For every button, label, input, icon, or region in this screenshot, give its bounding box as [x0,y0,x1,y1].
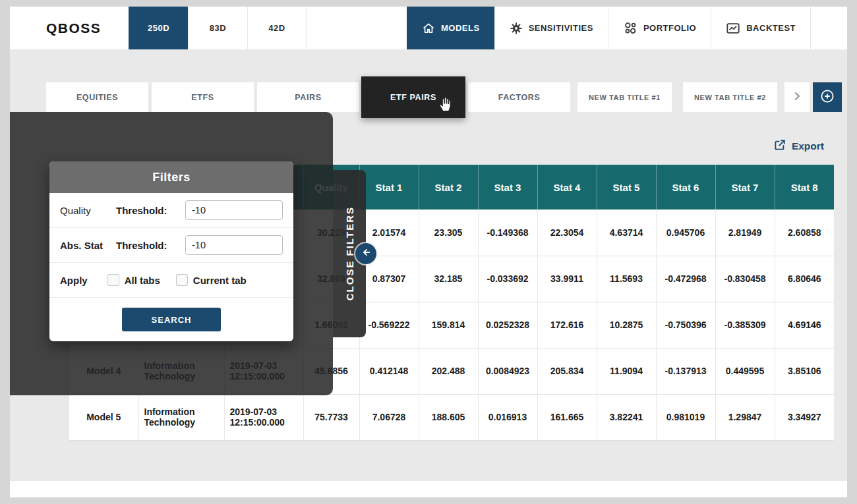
search-row: SEARCH [49,298,293,341]
table-cell: 3.82241 [597,394,656,440]
home-icon [422,22,435,35]
tab-equities[interactable]: EQUITIES [46,82,148,112]
table-cell: 0.945706 [656,210,715,256]
table-cell: 10.2875 [597,302,656,348]
table-cell: 32.185 [419,256,478,302]
table-cell: 202.488 [419,348,478,394]
tab-etf-pairs[interactable]: ETF PAIRS [361,76,465,118]
table-cell: -0.472968 [656,256,715,302]
period-tab-250d[interactable]: 250D [129,7,188,49]
plus-circle-icon [819,88,835,106]
search-button[interactable]: SEARCH [122,308,221,331]
nav-item-sensitivities[interactable]: SENSITIVITIES [494,7,608,49]
nav-item-label: BACKTEST [746,23,796,33]
table-cell: -0.033692 [478,256,537,302]
table-cell: 0.412148 [359,348,419,394]
table-cell: 4.69146 [775,302,834,348]
threshold-label: Threshold: [116,205,167,216]
table-cell: 2.81949 [715,210,775,256]
table-header-cell: Stat 5 [597,165,656,210]
top-navbar: QBOSS 250D 83D 42D MODELS SENSITIVITIES … [10,7,847,49]
period-tab-42d[interactable]: 42D [247,7,307,49]
table-cell: -0.750396 [656,302,715,348]
nav-item-label: SENSITIVITIES [529,23,593,33]
chevron-right-icon [791,90,803,104]
table-cell: 0.016913 [478,394,537,440]
table-cell: Information Technology [138,394,224,440]
tab-new-tab-2[interactable]: NEW TAB TITLE #2 [683,82,777,112]
quality-threshold-input[interactable] [185,200,283,220]
table-cell: -0.137913 [656,348,715,394]
export-label: Export [792,140,824,152]
chart-icon [726,21,740,36]
table-cell: 7.06728 [359,394,419,440]
add-tab-button[interactable] [813,82,842,112]
table-cell: 0.0252328 [478,302,537,348]
table-cell: Model 5 [69,394,138,440]
nav-item-portfolio[interactable]: PORTFOLIO [608,7,711,49]
table-cell: 6.80646 [775,256,834,302]
table-cell: -0.385309 [715,302,775,348]
table-cell: 22.3054 [537,210,597,256]
table-header-cell: Stat 6 [656,165,715,210]
table-header-cell: Stat 1 [359,165,419,210]
table-row[interactable]: Model 5 Information Technology 2019-07-0… [69,394,834,440]
table-header-cell: Stat 4 [537,165,597,210]
collapse-filters-button[interactable] [355,243,376,264]
nav-spacer [307,7,407,49]
table-cell: 11.9094 [597,348,656,394]
table-header-cell: Stat 3 [478,165,537,210]
bubbles-icon [623,21,637,36]
table-header-cell: Stat 2 [419,165,478,210]
current-tab-checkbox[interactable] [176,274,188,286]
table-cell: -0.569222 [359,302,419,348]
table-cell: 161.665 [537,394,597,440]
table-header-cell: Stat 7 [715,165,775,210]
filters-title: Filters [49,161,293,193]
tab-pairs[interactable]: PAIRS [257,82,359,112]
tab-factors[interactable]: FACTORS [468,82,570,112]
abs-stat-threshold-row: Abs. Stat Threshold: [49,228,293,263]
table-cell: 1.29847 [715,394,775,440]
table-cell: 3.34927 [775,394,834,440]
tab-scroll-right-button[interactable] [784,82,810,112]
export-icon [773,138,786,154]
apply-row: Apply All tabs Current tab [49,263,293,298]
close-filters-label: CLOSE FILTERS [344,206,355,300]
table-cell: 3.85106 [775,348,834,394]
model-tab-bar: EQUITIES ETFS PAIRS ETF PAIRS FACTORS NE… [46,82,842,112]
filters-panel: Filters Quality Threshold: Abs. Stat Thr… [49,161,293,341]
nav-item-models[interactable]: MODELS [407,7,494,49]
gear-icon [510,22,523,35]
table-cell: -0.149368 [478,210,537,256]
table-cell: 2019-07-03 12:15:00.000 [224,394,303,440]
table-cell: 4.63714 [597,210,656,256]
tab-label: ETF PAIRS [390,93,436,102]
table-cell: 0.981019 [656,394,715,440]
nav-item-label: PORTFOLIO [643,23,696,33]
nav-end-spacer [811,7,847,49]
apply-label: Apply [60,275,88,286]
tab-etfs[interactable]: ETFS [152,82,254,112]
table-cell: 0.449595 [715,348,775,394]
threshold-label: Threshold: [116,240,167,251]
table-cell: 205.834 [537,348,597,394]
table-cell: 11.5693 [597,256,656,302]
period-tab-83d[interactable]: 83D [188,7,247,49]
table-cell: 75.7733 [303,394,359,440]
export-button[interactable]: Export [773,138,824,154]
all-tabs-label: All tabs [125,275,160,286]
all-tabs-checkbox[interactable] [107,274,119,286]
tab-new-tab-1[interactable]: NEW TAB TITLE #1 [577,82,672,112]
nav-item-backtest[interactable]: BACKTEST [711,7,811,49]
quality-label: Quality [60,205,116,216]
table-cell: 188.605 [419,394,478,440]
abs-stat-label: Abs. Stat [60,240,116,251]
table-cell: 2.60858 [775,210,834,256]
table-cell: -0.830458 [715,256,775,302]
abs-stat-threshold-input[interactable] [185,235,283,255]
table-header-cell: Stat 8 [775,165,834,210]
table-cell: 172.616 [537,302,597,348]
table-cell: 23.305 [419,210,478,256]
arrow-left-icon [360,246,372,261]
